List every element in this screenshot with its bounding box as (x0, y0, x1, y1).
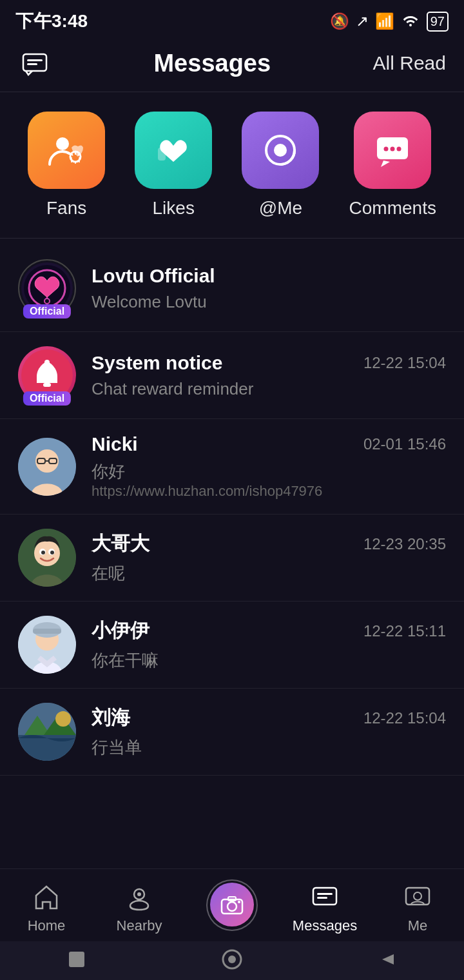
message-time-dage: 12-23 20:35 (363, 535, 446, 553)
battery-icon: 97 (427, 12, 449, 32)
back-triangle-btn[interactable] (376, 948, 399, 974)
message-time-nicki: 02-01 15:46 (363, 435, 446, 453)
me-label: Me (408, 917, 428, 934)
message-name-nicki: Nicki (92, 433, 138, 455)
message-preview-system: Chat reward reminder (92, 379, 253, 398)
nav-me[interactable]: Me (371, 880, 464, 934)
back-square-btn[interactable] (65, 948, 88, 974)
camera-button[interactable] (206, 879, 258, 931)
svg-rect-48 (317, 897, 327, 899)
svg-point-10 (391, 147, 395, 152)
message-item-liuhai[interactable]: 刘海 12-22 15:04 行当单 (0, 689, 464, 776)
message-item-lovtu[interactable]: Official Lovtu Official Welcome Lovtu (0, 245, 464, 332)
mute-icon: 🔕 (330, 12, 349, 30)
message-content-nicki: Nicki 02-01 15:46 你好 https://www.huzhan.… (92, 433, 446, 500)
home-label: Home (28, 917, 66, 934)
home-icon (30, 880, 63, 914)
svg-point-11 (397, 147, 401, 152)
avatar-liuhai-wrap (18, 703, 76, 761)
svg-rect-47 (317, 893, 333, 895)
likes-label: Likes (153, 198, 195, 219)
category-row: Fans Likes @Me (0, 92, 464, 238)
official-badge-system: Official (23, 391, 71, 406)
message-item-system[interactable]: Official System notice 12-22 15:04 Chat … (0, 332, 464, 419)
category-fans[interactable]: Fans (28, 112, 105, 219)
svg-rect-34 (33, 629, 61, 634)
atme-icon-wrap (242, 112, 319, 189)
svg-rect-2 (27, 63, 37, 65)
message-time-system: 12-22 15:04 (363, 354, 446, 372)
wifi-icon (401, 12, 420, 30)
svg-rect-18 (43, 383, 51, 387)
message-preview-dage: 在呢 (92, 564, 125, 583)
svg-rect-51 (69, 952, 84, 967)
svg-point-30 (50, 551, 54, 554)
nearby-label: Nearby (117, 917, 162, 934)
nearby-icon (122, 880, 156, 914)
avatar-dage-wrap (18, 529, 76, 587)
camera-inner (210, 883, 254, 926)
page-title: Messages (153, 50, 271, 77)
status-bar: 下午3:48 🔕 ↗ 📶 97 (0, 0, 464, 40)
svg-rect-5 (158, 148, 166, 161)
message-name-dage: 大哥大 (92, 531, 150, 557)
fans-icon-wrap (28, 112, 105, 189)
nav-messages[interactable]: Messages (278, 880, 371, 934)
message-item-xiaoyi[interactable]: 小伊伊 12-22 15:11 你在干嘛 (0, 602, 464, 689)
category-likes[interactable]: Likes (135, 112, 212, 219)
message-list: Official Lovtu Official Welcome Lovtu Of (0, 245, 464, 776)
messages-nav-label: Messages (293, 917, 357, 934)
avatar-xiaoyi-wrap (18, 616, 76, 674)
system-bar (0, 941, 464, 980)
svg-point-19 (44, 360, 50, 365)
avatar-liuhai (18, 703, 76, 761)
home-circle-btn[interactable] (219, 946, 245, 975)
nav-nearby[interactable]: Nearby (93, 880, 186, 934)
bottom-nav: Home Nearby (0, 868, 464, 941)
svg-marker-54 (382, 954, 394, 965)
avatar-nicki-wrap (18, 438, 76, 496)
comments-label: Comments (349, 198, 436, 219)
message-preview-url-nicki: https://www.huzhan.com/ishop47976 (92, 483, 446, 500)
message-name-xiaoyi: 小伊伊 (92, 618, 150, 644)
avatar-system-wrap: Official (18, 346, 76, 404)
comments-icon-wrap (354, 112, 431, 189)
message-content-lovtu: Lovtu Official Welcome Lovtu (92, 265, 446, 312)
avatar-xiaoyi (18, 616, 76, 674)
message-name-lovtu: Lovtu Official (92, 265, 215, 287)
me-icon (401, 880, 434, 914)
signal-icon: 📶 (375, 12, 394, 30)
message-time-liuhai: 12-22 15:04 (363, 709, 446, 727)
svg-rect-46 (313, 888, 336, 905)
svg-point-43 (227, 902, 237, 911)
fans-label: Fans (46, 198, 86, 219)
svg-point-50 (414, 892, 421, 900)
message-preview-liuhai: 行当单 (92, 738, 142, 757)
message-item-nicki[interactable]: Nicki 02-01 15:46 你好 https://www.huzhan.… (0, 419, 464, 514)
location-icon: ↗ (356, 12, 369, 30)
svg-point-7 (274, 144, 287, 157)
header: Messages All Read (0, 40, 464, 92)
svg-point-29 (41, 551, 45, 554)
messages-icon[interactable] (18, 46, 52, 80)
avatar-nicki (18, 438, 76, 496)
nav-home[interactable]: Home (0, 880, 93, 934)
message-item-dage[interactable]: 大哥大 12-23 20:35 在呢 (0, 514, 464, 602)
message-content-dage: 大哥大 12-23 20:35 在呢 (92, 531, 446, 585)
message-content-liuhai: 刘海 12-22 15:04 行当单 (92, 705, 446, 759)
status-time: 下午3:48 (15, 9, 88, 34)
official-badge-lovtu: Official (23, 304, 71, 318)
category-divider (0, 238, 464, 239)
status-icons: 🔕 ↗ 📶 97 (330, 12, 449, 32)
all-read-button[interactable]: All Read (373, 52, 446, 74)
atme-label: @Me (259, 198, 302, 219)
svg-point-41 (137, 892, 141, 896)
svg-rect-0 (23, 54, 46, 71)
nav-camera[interactable] (186, 879, 278, 935)
message-name-system: System notice (92, 352, 222, 374)
message-preview-xiaoyi: 你在干嘛 (92, 651, 159, 670)
category-comments[interactable]: Comments (349, 112, 436, 219)
message-content-xiaoyi: 小伊伊 12-22 15:11 你在干嘛 (92, 618, 446, 672)
category-atme[interactable]: @Me (242, 112, 319, 219)
svg-point-45 (238, 901, 240, 903)
